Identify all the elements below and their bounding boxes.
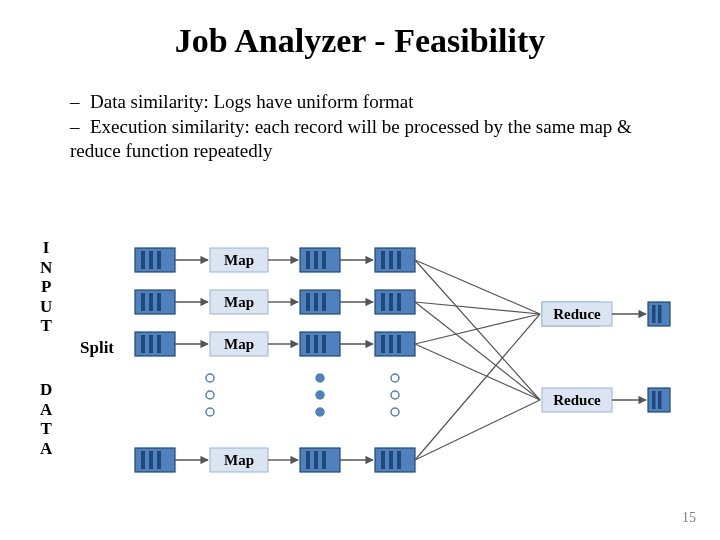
page-number: 15 <box>682 510 696 526</box>
reduce-label: Reduce <box>553 306 601 322</box>
reduce-label: Reduce <box>553 392 601 408</box>
map-label: Map <box>224 452 254 468</box>
svg-point-23 <box>391 374 399 382</box>
diagram-svg: Map Map Map Map Reduce Reduce <box>0 0 720 540</box>
svg-line-36 <box>415 400 540 460</box>
svg-point-25 <box>391 408 399 416</box>
map-label: Map <box>224 294 254 310</box>
svg-point-21 <box>316 391 324 399</box>
svg-point-18 <box>206 391 214 399</box>
map-label: Map <box>224 336 254 352</box>
svg-point-19 <box>206 408 214 416</box>
svg-line-29 <box>415 260 540 314</box>
svg-line-34 <box>415 302 540 400</box>
svg-line-32 <box>415 314 540 460</box>
svg-point-17 <box>206 374 214 382</box>
svg-line-31 <box>415 314 540 344</box>
svg-line-35 <box>415 344 540 400</box>
svg-line-30 <box>415 302 540 314</box>
svg-line-33 <box>415 260 540 400</box>
svg-point-22 <box>316 408 324 416</box>
svg-point-24 <box>391 391 399 399</box>
map-label: Map <box>224 252 254 268</box>
svg-point-20 <box>316 374 324 382</box>
